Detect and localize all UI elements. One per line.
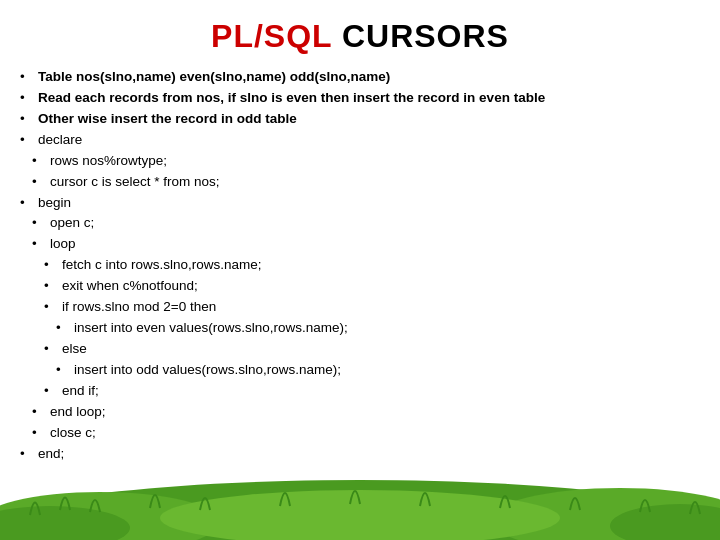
bullet-list: •Table nos(slno,name) even(slno,name) od… — [20, 67, 700, 465]
list-item-text: cursor c is select * from nos; — [50, 172, 220, 193]
bullet-icon: • — [20, 444, 36, 465]
list-item: •Table nos(slno,name) even(slno,name) od… — [20, 67, 700, 88]
list-item: • loop — [20, 234, 700, 255]
list-item: • exit when c%notfound; — [20, 276, 700, 297]
list-item-text: end loop; — [50, 402, 106, 423]
list-item-text: close c; — [50, 423, 96, 444]
list-item: •Other wise insert the record in odd tab… — [20, 109, 700, 130]
list-item-text: end; — [38, 444, 64, 465]
list-item: • else — [20, 339, 700, 360]
list-item: • fetch c into rows.slno,rows.name; — [20, 255, 700, 276]
list-item-text: declare — [38, 130, 82, 151]
list-item-text: fetch c into rows.slno,rows.name; — [62, 255, 262, 276]
list-item-text: open c; — [50, 213, 94, 234]
list-item: • end loop; — [20, 402, 700, 423]
bullet-icon: • — [32, 234, 48, 255]
list-item-text: Read each records from nos, if slno is e… — [38, 88, 545, 109]
bullet-icon: • — [56, 318, 72, 339]
list-item: • end if; — [20, 381, 700, 402]
bullet-icon: • — [20, 130, 36, 151]
list-item: •begin — [20, 193, 700, 214]
bullet-icon: • — [44, 381, 60, 402]
bullet-icon: • — [44, 276, 60, 297]
slide: PL/SQL CURSORS •Table nos(slno,name) eve… — [0, 0, 720, 540]
bullet-icon: • — [44, 339, 60, 360]
list-item: • rows nos%rowtype; — [20, 151, 700, 172]
bullet-icon: • — [56, 360, 72, 381]
list-item-text: insert into odd values(rows.slno,rows.na… — [74, 360, 341, 381]
list-item-text: if rows.slno mod 2=0 then — [62, 297, 216, 318]
slide-title: PL/SQL CURSORS — [0, 0, 720, 63]
list-item: • close c; — [20, 423, 700, 444]
bullet-icon: • — [20, 67, 36, 88]
list-item-text: loop — [50, 234, 76, 255]
list-item: • open c; — [20, 213, 700, 234]
bullet-icon: • — [44, 297, 60, 318]
bullet-icon: • — [32, 402, 48, 423]
list-item-text: rows nos%rowtype; — [50, 151, 167, 172]
list-item-text: insert into even values(rows.slno,rows.n… — [74, 318, 348, 339]
content-area: •Table nos(slno,name) even(slno,name) od… — [0, 63, 720, 535]
list-item: • insert into odd values(rows.slno,rows.… — [20, 360, 700, 381]
list-item-text: else — [62, 339, 87, 360]
bullet-icon: • — [20, 88, 36, 109]
list-item: • cursor c is select * from nos; — [20, 172, 700, 193]
bullet-icon: • — [32, 213, 48, 234]
bullet-icon: • — [44, 255, 60, 276]
bullet-icon: • — [32, 151, 48, 172]
list-item: • if rows.slno mod 2=0 then — [20, 297, 700, 318]
bullet-icon: • — [32, 172, 48, 193]
title-plsql: PL/SQL — [211, 18, 332, 54]
bullet-icon: • — [32, 423, 48, 444]
list-item-text: exit when c%notfound; — [62, 276, 198, 297]
bullet-icon: • — [20, 193, 36, 214]
list-item-text: end if; — [62, 381, 99, 402]
bullet-icon: • — [20, 109, 36, 130]
list-item-text: Table nos(slno,name) even(slno,name) odd… — [38, 67, 390, 88]
list-item-text: Other wise insert the record in odd tabl… — [38, 109, 297, 130]
list-item: •end; — [20, 444, 700, 465]
list-item: •Read each records from nos, if slno is … — [20, 88, 700, 109]
title-cursors: CURSORS — [332, 18, 509, 54]
list-item: • insert into even values(rows.slno,rows… — [20, 318, 700, 339]
list-item-text: begin — [38, 193, 71, 214]
list-item: •declare — [20, 130, 700, 151]
